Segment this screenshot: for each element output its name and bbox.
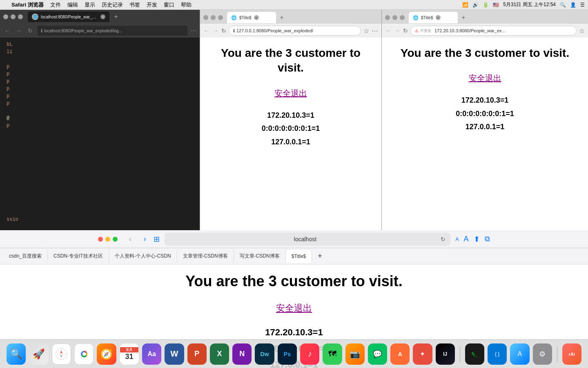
b2-forward[interactable]: → [212,27,219,34]
browser2-traffic-lights [203,15,223,20]
dock-systemprefs[interactable]: ⚙ [533,343,552,365]
safari-font-large[interactable]: A [464,235,469,243]
browser2-add-tab[interactable]: + [277,13,287,22]
dock-blog[interactable]: rAi [562,343,581,365]
browser3-visitor-text: You are the 3 customer to visit. [401,46,569,61]
safari-share-btn[interactable]: ⬆ [474,235,480,244]
b2-back[interactable]: ← [203,27,210,34]
tl-red[interactable] [3,14,8,19]
safari-back-btn[interactable]: ‹ [124,235,136,243]
dock-aria[interactable]: A [390,343,410,365]
tl-green[interactable] [18,14,23,19]
dock-fontbook[interactable]: Aa [142,343,161,365]
b3-refresh[interactable]: ↻ [403,27,408,34]
browser3-tab[interactable]: 🌐 $Title$ × [409,12,458,23]
dock-word[interactable]: W [165,343,184,365]
b3-back[interactable]: ← [385,27,392,34]
dock-chrome[interactable] [74,343,94,365]
safari-bookmark-csdn-baidu[interactable]: csdn_百度搜索 [3,250,48,263]
b3-tl-green[interactable] [400,15,405,20]
more-button[interactable]: ⋯ [191,27,196,34]
safari-bookmark-csdn-write[interactable]: 写文章-CSDN博客 [234,250,286,263]
safari-bookmark-csdn-articles[interactable]: 文章管理-CSDN博客 [177,250,234,263]
menu-bookmarks[interactable]: 书签 [129,1,140,9]
volume-icon: 🔊 [472,2,479,8]
dock-calendar[interactable]: 五月 31 [120,343,139,365]
b3-forward[interactable]: → [394,27,401,34]
dock-wechat[interactable]: 💬 [368,343,387,365]
search-icon[interactable]: 🔍 [560,2,566,8]
dock-ps[interactable]: Ps [278,343,297,365]
browser1-tab-active[interactable]: 🌐 localhost:8080/People_war_ex... × [28,11,109,22]
dock-onenote[interactable]: N [232,343,252,365]
safari-bookmark-csdn-community[interactable]: CSDN-专业IT技术社区 [48,250,109,263]
safari-add-tab[interactable]: + [312,250,328,263]
dock-appstore[interactable]: A [510,343,529,365]
dock-safari[interactable] [52,343,71,365]
browser3-add-tab[interactable]: + [459,13,468,22]
menu-window[interactable]: 窗口 [164,1,174,9]
tl-yellow[interactable] [11,14,16,19]
menu-history[interactable]: 历史记录 [102,1,123,9]
b3-tl-yellow[interactable] [392,15,397,20]
dock-finder[interactable]: 🔍 [7,343,26,365]
safari-tl-yellow[interactable] [105,237,110,242]
browser1-add-tab[interactable]: + [111,12,121,22]
b3-tl-red[interactable] [385,15,390,20]
dock-excel[interactable]: X [210,343,229,365]
safari-forward-btn[interactable]: › [139,235,150,243]
safari-tl-green[interactable] [113,237,118,242]
dock-maps[interactable]: 🗺 [323,343,342,365]
menu-develop[interactable]: 开发 [147,1,157,9]
dock-photos[interactable]: 📷 [345,343,365,365]
browser2-tab-close[interactable]: × [254,15,259,20]
back-button[interactable]: ← [3,27,11,35]
dock-compass[interactable]: 🧭 [97,343,116,365]
browser3-url-bar[interactable]: ⚠ 不安全 172.20.10.3:8080/People_war_ex... [410,26,577,36]
menu-icon[interactable]: ☰ [580,2,585,8]
b2-more[interactable]: ⋯ [372,27,378,35]
browser1-tab-close[interactable]: × [100,14,105,19]
b3-star[interactable]: ☆ [579,27,585,35]
dock-terminal[interactable]: %_ [465,343,484,365]
dock-ppt[interactable]: P [187,343,207,365]
browser1-chrome: 🌐 localhost:8080/People_war_ex... × + ← … [0,10,200,38]
browser2-tab[interactable]: 🌐 $Title$ × [227,12,276,23]
safari-font-small[interactable]: A [455,236,459,242]
menu-file[interactable]: 文件 [50,1,61,9]
dock-itunes[interactable]: ♪ [300,343,319,365]
dock-separator-2 [557,346,557,362]
user-icon[interactable]: 👤 [570,2,576,8]
b2-refresh[interactable]: ↻ [221,27,226,34]
b2-star[interactable]: ☆ [363,27,369,35]
browser2-logout-link[interactable]: 安全退出 [274,88,307,99]
dock-vscode[interactable]: { } [488,343,507,365]
b2-tl-green[interactable] [218,15,223,20]
b2-tl-red[interactable] [203,15,208,20]
dock: 🔍 🚀 🧭 五月 31 Aa W P X N Dw Ps ♪ 🗺 📷 💬 A ✦… [0,339,588,368]
dock-dw[interactable]: Dw [255,343,274,365]
safari-grid-btn[interactable]: ⊞ [154,235,160,244]
dock-intellij[interactable]: IJ [436,343,455,365]
main-logout-link[interactable]: 安全退出 [276,302,312,314]
forward-button[interactable]: → [15,27,23,35]
safari-reload-icon[interactable]: ↻ [441,236,445,242]
app-name[interactable]: Safari 浏览器 [11,1,44,9]
safari-url-bar[interactable]: localhost ↻ [165,233,450,246]
browser3-tab-close[interactable]: × [436,15,441,20]
menu-edit[interactable]: 编辑 [67,1,78,9]
menu-view[interactable]: 显示 [85,1,95,9]
browser3-logout-link[interactable]: 安全退出 [469,73,501,84]
safari-bookmark-title[interactable]: $Title$ [286,250,312,263]
browser1-url-bar[interactable]: ℹ localhost:8080/People_war_exploded/log… [38,26,187,36]
dock-launchpad[interactable]: 🚀 [29,343,48,365]
safari-tabs-btn[interactable]: ⧉ [485,235,490,243]
menubar-left: Safari 浏览器 文件 编辑 显示 历史记录 书签 开发 窗口 帮助 [3,1,192,9]
browser2-url-bar[interactable]: ℹ 127.0.0.1:8080/People_war_exploded/ [229,26,361,36]
refresh-button[interactable]: ↻ [26,27,34,35]
menu-help[interactable]: 帮助 [181,1,192,9]
safari-bookmark-csdn-profile[interactable]: 个人资料-个人中心-CSDN [109,250,177,263]
b2-tl-yellow[interactable] [211,15,216,20]
safari-tl-red[interactable] [98,237,103,242]
dock-xmind[interactable]: ✦ [413,343,432,365]
